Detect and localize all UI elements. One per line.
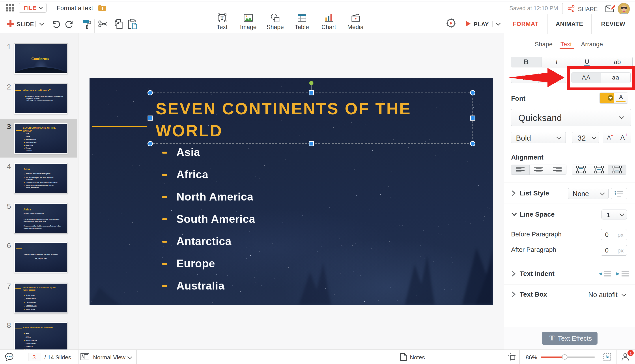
svg-text:T: T [221,16,224,21]
